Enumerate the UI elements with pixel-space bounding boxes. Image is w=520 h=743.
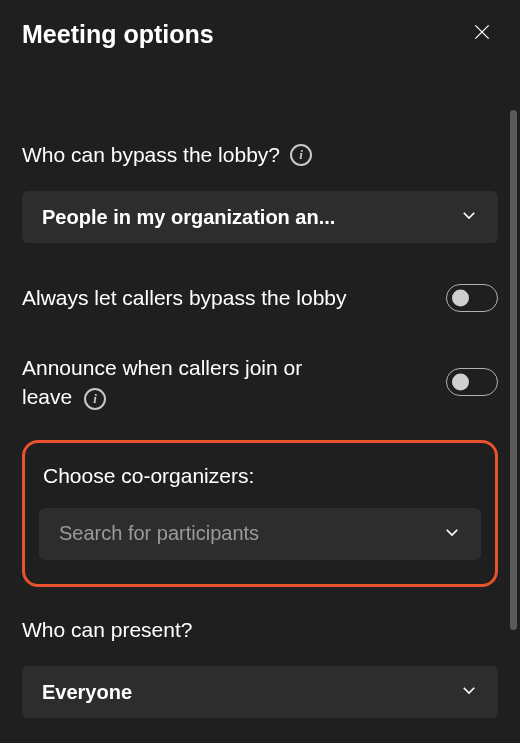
option-label: Who can present? [22,618,192,641]
announce-toggle[interactable] [446,368,498,396]
panel-content: Who can bypass the lobby? i People in my… [0,140,520,718]
toggle-knob [452,374,469,391]
close-icon [472,22,492,46]
option-callers-bypass: Always let callers bypass the lobby [22,283,498,312]
chevron-down-icon [460,206,478,228]
co-organizers-select[interactable]: Search for participants [39,508,481,560]
select-value: Everyone [42,681,132,704]
close-button[interactable] [466,18,498,50]
co-organizers-highlight: Choose co-organizers: Search for partici… [22,440,498,587]
chevron-down-icon [460,681,478,703]
announce-label-text: Announce when callers join or leave [22,356,302,408]
scrollbar-thumb[interactable] [510,110,517,630]
option-label: Choose co-organizers: [39,464,254,487]
option-label: Announce when callers join or leave i [22,353,352,412]
toggle-knob [452,290,469,307]
present-select[interactable]: Everyone [22,666,498,718]
callers-bypass-toggle[interactable] [446,284,498,312]
panel-title: Meeting options [22,20,214,49]
option-label-row: Who can bypass the lobby? i [22,140,498,169]
option-present: Who can present? Everyone [22,615,498,718]
chevron-down-icon [443,523,461,545]
option-label: Always let callers bypass the lobby [22,283,347,312]
select-placeholder: Search for participants [59,522,259,545]
select-value: People in my organization an... [42,206,335,229]
option-label: Who can bypass the lobby? [22,140,280,169]
info-icon[interactable]: i [290,144,312,166]
option-bypass-lobby: Who can bypass the lobby? i People in my… [22,140,498,243]
info-icon[interactable]: i [84,388,106,410]
panel-header: Meeting options [0,0,520,80]
option-announce: Announce when callers join or leave i [22,353,498,412]
meeting-options-panel: Meeting options Who can bypass the lobby… [0,0,520,743]
bypass-lobby-select[interactable]: People in my organization an... [22,191,498,243]
